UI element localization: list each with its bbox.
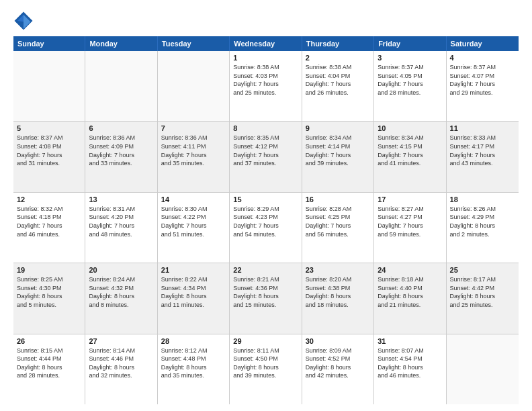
- day-info: Sunrise: 8:36 AM Sunset: 4:11 PM Dayligh…: [161, 134, 226, 167]
- day-number: 8: [233, 124, 298, 132]
- day-number: 23: [306, 266, 370, 274]
- header-day-tuesday: Tuesday: [158, 36, 230, 51]
- day-info: Sunrise: 8:34 AM Sunset: 4:14 PM Dayligh…: [306, 134, 370, 167]
- cal-cell-5-4: 29Sunrise: 8:11 AM Sunset: 4:50 PM Dayli…: [230, 334, 302, 404]
- calendar-row-2: 5Sunrise: 8:37 AM Sunset: 4:08 PM Daylig…: [13, 122, 519, 192]
- cal-cell-2-2: 6Sunrise: 8:36 AM Sunset: 4:09 PM Daylig…: [85, 122, 157, 191]
- day-number: 28: [161, 337, 226, 345]
- calendar-row-5: 26Sunrise: 8:15 AM Sunset: 4:44 PM Dayli…: [13, 334, 519, 404]
- header-day-monday: Monday: [85, 36, 157, 51]
- day-number: 31: [378, 337, 442, 345]
- day-info: Sunrise: 8:14 AM Sunset: 4:46 PM Dayligh…: [89, 347, 153, 380]
- cal-cell-5-3: 28Sunrise: 8:12 AM Sunset: 4:48 PM Dayli…: [158, 334, 230, 404]
- logo: [13, 11, 36, 31]
- cal-cell-5-7: [447, 334, 519, 404]
- day-info: Sunrise: 8:38 AM Sunset: 4:04 PM Dayligh…: [306, 63, 370, 97]
- day-number: 7: [161, 124, 226, 132]
- cal-cell-4-5: 23Sunrise: 8:20 AM Sunset: 4:38 PM Dayli…: [302, 263, 374, 333]
- day-number: 4: [450, 54, 515, 62]
- calendar-row-1: 1Sunrise: 8:38 AM Sunset: 4:03 PM Daylig…: [13, 51, 519, 122]
- cal-cell-1-3: [158, 51, 230, 121]
- calendar-header: SundayMondayTuesdayWednesdayThursdayFrid…: [13, 36, 519, 51]
- day-info: Sunrise: 8:28 AM Sunset: 4:25 PM Dayligh…: [306, 205, 370, 238]
- day-info: Sunrise: 8:37 AM Sunset: 4:05 PM Dayligh…: [378, 63, 442, 97]
- calendar-row-3: 12Sunrise: 8:32 AM Sunset: 4:18 PM Dayli…: [13, 193, 519, 263]
- day-number: 17: [378, 195, 442, 203]
- day-info: Sunrise: 8:11 AM Sunset: 4:50 PM Dayligh…: [233, 347, 298, 380]
- day-info: Sunrise: 8:22 AM Sunset: 4:34 PM Dayligh…: [161, 275, 226, 309]
- header-day-sunday: Sunday: [13, 36, 85, 51]
- cal-cell-2-7: 11Sunrise: 8:33 AM Sunset: 4:17 PM Dayli…: [447, 122, 519, 191]
- day-info: Sunrise: 8:18 AM Sunset: 4:40 PM Dayligh…: [378, 275, 442, 309]
- day-number: 6: [89, 124, 153, 132]
- calendar-body: 1Sunrise: 8:38 AM Sunset: 4:03 PM Daylig…: [13, 51, 519, 404]
- cal-cell-1-1: [13, 51, 85, 121]
- cal-cell-3-3: 14Sunrise: 8:30 AM Sunset: 4:22 PM Dayli…: [158, 193, 230, 263]
- day-number: 25: [450, 266, 515, 274]
- header-day-friday: Friday: [374, 36, 446, 51]
- cal-cell-5-6: 31Sunrise: 8:07 AM Sunset: 4:54 PM Dayli…: [374, 334, 446, 404]
- day-number: 9: [306, 124, 370, 132]
- day-number: 2: [306, 54, 370, 62]
- page: SundayMondayTuesdayWednesdayThursdayFrid…: [0, 0, 532, 411]
- cal-cell-2-3: 7Sunrise: 8:36 AM Sunset: 4:11 PM Daylig…: [158, 122, 230, 191]
- day-info: Sunrise: 8:12 AM Sunset: 4:48 PM Dayligh…: [161, 347, 226, 380]
- day-info: Sunrise: 8:24 AM Sunset: 4:32 PM Dayligh…: [89, 275, 153, 309]
- day-info: Sunrise: 8:37 AM Sunset: 4:08 PM Dayligh…: [17, 134, 81, 167]
- day-info: Sunrise: 8:15 AM Sunset: 4:44 PM Dayligh…: [17, 347, 81, 380]
- header-day-saturday: Saturday: [447, 36, 519, 51]
- cal-cell-3-5: 16Sunrise: 8:28 AM Sunset: 4:25 PM Dayli…: [302, 193, 374, 263]
- cal-cell-3-7: 18Sunrise: 8:26 AM Sunset: 4:29 PM Dayli…: [447, 193, 519, 263]
- cal-cell-3-4: 15Sunrise: 8:29 AM Sunset: 4:23 PM Dayli…: [230, 193, 302, 263]
- day-info: Sunrise: 8:37 AM Sunset: 4:07 PM Dayligh…: [450, 63, 515, 97]
- logo-icon: [13, 11, 34, 31]
- day-number: 15: [233, 195, 298, 203]
- cal-cell-4-4: 22Sunrise: 8:21 AM Sunset: 4:36 PM Dayli…: [230, 263, 302, 333]
- day-number: 22: [233, 266, 298, 274]
- day-number: 12: [17, 195, 81, 203]
- day-number: 21: [161, 266, 226, 274]
- day-number: 14: [161, 195, 226, 203]
- day-info: Sunrise: 8:32 AM Sunset: 4:18 PM Dayligh…: [17, 205, 81, 238]
- cal-cell-3-1: 12Sunrise: 8:32 AM Sunset: 4:18 PM Dayli…: [13, 193, 85, 263]
- cal-cell-4-2: 20Sunrise: 8:24 AM Sunset: 4:32 PM Dayli…: [85, 263, 157, 333]
- cal-cell-1-5: 2Sunrise: 8:38 AM Sunset: 4:04 PM Daylig…: [302, 51, 374, 121]
- day-info: Sunrise: 8:20 AM Sunset: 4:38 PM Dayligh…: [306, 275, 370, 309]
- day-number: 18: [450, 195, 515, 203]
- day-info: Sunrise: 8:21 AM Sunset: 4:36 PM Dayligh…: [233, 275, 298, 309]
- cal-cell-4-1: 19Sunrise: 8:25 AM Sunset: 4:30 PM Dayli…: [13, 263, 85, 333]
- header: [13, 11, 519, 31]
- header-day-thursday: Thursday: [302, 36, 374, 51]
- day-info: Sunrise: 8:09 AM Sunset: 4:52 PM Dayligh…: [306, 347, 370, 380]
- cal-cell-3-6: 17Sunrise: 8:27 AM Sunset: 4:27 PM Dayli…: [374, 193, 446, 263]
- day-info: Sunrise: 8:25 AM Sunset: 4:30 PM Dayligh…: [17, 275, 81, 309]
- day-info: Sunrise: 8:29 AM Sunset: 4:23 PM Dayligh…: [233, 205, 298, 238]
- day-number: 19: [17, 266, 81, 274]
- calendar-row-4: 19Sunrise: 8:25 AM Sunset: 4:30 PM Dayli…: [13, 263, 519, 334]
- day-info: Sunrise: 8:35 AM Sunset: 4:12 PM Dayligh…: [233, 134, 298, 167]
- day-number: 3: [378, 54, 442, 62]
- cal-cell-4-3: 21Sunrise: 8:22 AM Sunset: 4:34 PM Dayli…: [158, 263, 230, 333]
- day-number: 29: [233, 337, 298, 345]
- cal-cell-2-1: 5Sunrise: 8:37 AM Sunset: 4:08 PM Daylig…: [13, 122, 85, 191]
- day-info: Sunrise: 8:17 AM Sunset: 4:42 PM Dayligh…: [450, 275, 515, 309]
- day-number: 5: [17, 124, 81, 132]
- day-number: 26: [17, 337, 81, 345]
- header-day-wednesday: Wednesday: [230, 36, 302, 51]
- day-number: 24: [378, 266, 442, 274]
- day-number: 20: [89, 266, 153, 274]
- cal-cell-4-7: 25Sunrise: 8:17 AM Sunset: 4:42 PM Dayli…: [447, 263, 519, 333]
- calendar: SundayMondayTuesdayWednesdayThursdayFrid…: [13, 36, 519, 404]
- cal-cell-1-7: 4Sunrise: 8:37 AM Sunset: 4:07 PM Daylig…: [447, 51, 519, 121]
- day-number: 30: [306, 337, 370, 345]
- day-number: 10: [378, 124, 442, 132]
- day-info: Sunrise: 8:07 AM Sunset: 4:54 PM Dayligh…: [378, 347, 442, 380]
- day-info: Sunrise: 8:33 AM Sunset: 4:17 PM Dayligh…: [450, 134, 515, 167]
- cal-cell-2-4: 8Sunrise: 8:35 AM Sunset: 4:12 PM Daylig…: [230, 122, 302, 191]
- cal-cell-5-5: 30Sunrise: 8:09 AM Sunset: 4:52 PM Dayli…: [302, 334, 374, 404]
- day-info: Sunrise: 8:31 AM Sunset: 4:20 PM Dayligh…: [89, 205, 153, 238]
- day-number: 27: [89, 337, 153, 345]
- cal-cell-5-1: 26Sunrise: 8:15 AM Sunset: 4:44 PM Dayli…: [13, 334, 85, 404]
- cal-cell-4-6: 24Sunrise: 8:18 AM Sunset: 4:40 PM Dayli…: [374, 263, 446, 333]
- day-number: 11: [450, 124, 515, 132]
